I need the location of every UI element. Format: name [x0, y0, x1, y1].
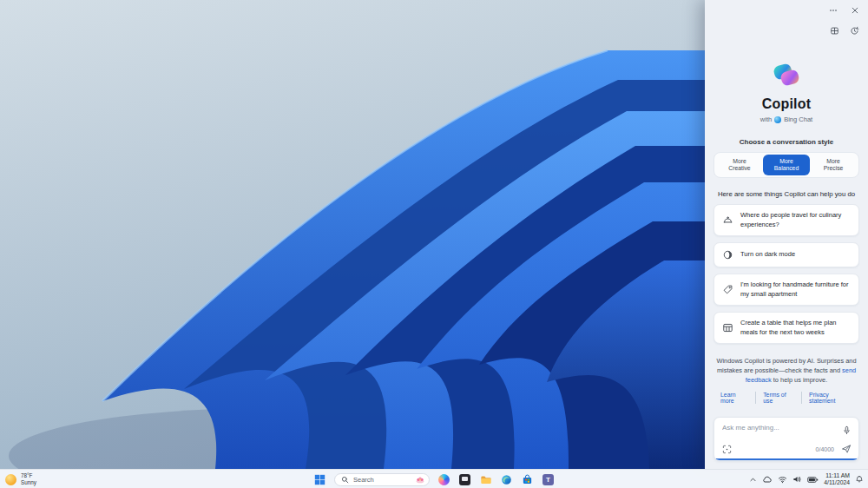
- screenshot-icon[interactable]: [722, 445, 732, 454]
- terms-of-use-link[interactable]: Terms of use: [755, 392, 801, 404]
- input-accent-line: [714, 458, 858, 461]
- clock[interactable]: 11:11 AM 4/11/2024: [824, 472, 850, 486]
- taskbar: 78°F Sunny Search: [0, 469, 868, 488]
- tag-icon: [722, 284, 733, 295]
- subtitle-brand: Bing Chat: [784, 115, 812, 123]
- microphone-icon[interactable]: [842, 423, 852, 439]
- style-label-line2: Precise: [810, 165, 857, 172]
- panel-toolbar: [713, 24, 859, 36]
- copilot-icon[interactable]: [437, 473, 450, 486]
- panel-window-controls: [713, 4, 859, 16]
- close-icon[interactable]: [851, 6, 859, 15]
- search-icon: [341, 476, 349, 484]
- weather-widget[interactable]: 78°F Sunny: [5, 470, 36, 488]
- suggestion-text: Turn on dark mode: [740, 250, 795, 260]
- sun-icon: [5, 474, 16, 485]
- suggestion-card-meal-table[interactable]: Create a table that helps me plan meals …: [713, 312, 859, 344]
- copilot-subtitle: with Bing Chat: [713, 115, 859, 123]
- edge-icon[interactable]: [500, 473, 513, 486]
- style-label-line1: More: [810, 158, 857, 165]
- onedrive-cloud-icon[interactable]: [762, 475, 773, 484]
- search-highlight-icon: [415, 475, 425, 484]
- search-placeholder: Search: [353, 476, 411, 484]
- style-label-line2: Creative: [716, 165, 763, 172]
- more-options-icon[interactable]: [828, 5, 838, 16]
- table-icon: [722, 322, 733, 333]
- style-more-precise[interactable]: More Precise: [810, 155, 857, 175]
- start-button[interactable]: [313, 473, 326, 486]
- teams-icon[interactable]: T: [542, 473, 555, 486]
- suggestion-text: Where do people travel for culinary expe…: [740, 211, 851, 229]
- chat-input[interactable]: [722, 424, 835, 432]
- disclaimer-text: to help us improve.: [772, 376, 828, 384]
- clock-time: 11:11 AM: [824, 472, 850, 479]
- style-label-line1: More: [763, 158, 810, 165]
- copilot-panel: Copilot with Bing Chat Choose a conversa…: [705, 0, 868, 469]
- style-label-line1: More: [716, 158, 763, 165]
- cloche-icon: [722, 214, 733, 226]
- store-icon[interactable]: [521, 473, 534, 486]
- privacy-statement-link[interactable]: Privacy statement: [801, 392, 859, 404]
- chat-input-box: 0/4000: [713, 417, 859, 461]
- weather-text: 78°F Sunny: [21, 472, 36, 486]
- style-more-balanced[interactable]: More Balanced: [763, 155, 810, 175]
- volume-icon[interactable]: [792, 475, 802, 484]
- battery-icon[interactable]: [807, 476, 819, 484]
- char-counter: 0/4000: [816, 446, 834, 452]
- hidden-icons-chevron[interactable]: [749, 476, 757, 484]
- wifi-icon[interactable]: [778, 475, 787, 484]
- disclaimer-text: Windows Copilot is powered by AI. Surpri…: [716, 357, 856, 374]
- footer-links: Learn more Terms of use Privacy statemen…: [713, 392, 859, 404]
- taskbar-search[interactable]: Search: [334, 473, 430, 486]
- notification-bell-icon[interactable]: [855, 475, 864, 484]
- suggestion-text: I'm looking for handmade furniture for m…: [740, 280, 851, 299]
- weather-condition: Sunny: [21, 479, 36, 486]
- suggestion-text: Create a table that helps me plan meals …: [740, 319, 851, 337]
- system-tray: 11:11 AM 4/11/2024: [749, 470, 864, 488]
- style-label-line2: Balanced: [763, 165, 810, 172]
- suggestion-card-furniture[interactable]: I'm looking for handmade furniture for m…: [713, 274, 859, 306]
- copilot-title: Copilot: [713, 96, 859, 112]
- bing-icon: [774, 116, 781, 123]
- desktop-screen: Copilot with Bing Chat Choose a conversa…: [0, 0, 868, 488]
- suggestions-heading: Here are some things Copilot can help yo…: [713, 190, 859, 198]
- style-more-creative[interactable]: More Creative: [716, 155, 763, 175]
- copilot-logo: [771, 59, 802, 90]
- taskbar-center: Search T: [313, 470, 555, 488]
- input-footer: 0/4000: [722, 444, 852, 454]
- subtitle-prefix: with: [760, 115, 772, 123]
- task-view-icon[interactable]: [458, 473, 471, 486]
- learn-more-link[interactable]: Learn more: [713, 392, 755, 404]
- ai-disclaimer: Windows Copilot is powered by AI. Surpri…: [713, 356, 859, 385]
- layout-grid-icon[interactable]: [830, 26, 839, 36]
- send-icon[interactable]: [841, 444, 852, 454]
- moon-icon: [722, 249, 733, 260]
- suggestion-card-culinary[interactable]: Where do people travel for culinary expe…: [713, 204, 859, 236]
- weather-temp: 78°F: [21, 472, 36, 479]
- history-icon[interactable]: [850, 26, 859, 36]
- file-explorer-icon[interactable]: [479, 473, 492, 486]
- clock-date: 4/11/2024: [824, 479, 850, 486]
- conversation-style-heading: Choose a conversation style: [713, 138, 859, 146]
- suggestion-card-dark-mode[interactable]: Turn on dark mode: [713, 242, 859, 267]
- conversation-style-toggle: More Creative More Balanced More Precise: [713, 152, 859, 178]
